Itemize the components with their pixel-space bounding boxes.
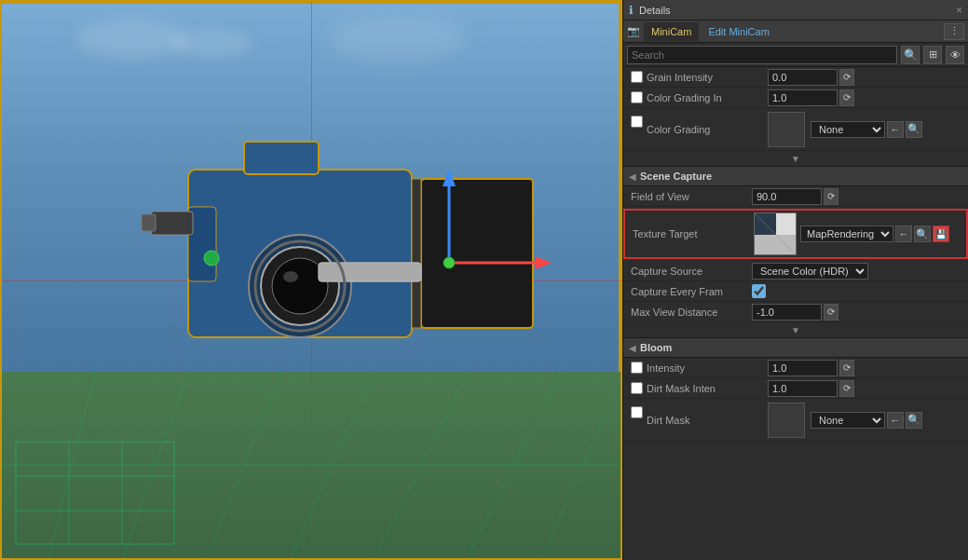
panel-tabs: 📷 MiniCam Edit MiniCam ⋮ — [623, 20, 968, 43]
capture-source-row: Capture Source Scene Color (HDR) — [623, 261, 968, 281]
texture-target-row: Texture Target MapRendering ← 🔍 — [623, 209, 968, 259]
grain-intensity-label: Grain Intensity — [647, 72, 768, 83]
dirt-mask-dropdown[interactable]: None — [811, 412, 885, 429]
color-grading-value: None ← 🔍 — [768, 112, 964, 147]
search-bar: 🔍 ⊞ 👁 — [623, 43, 968, 67]
dirt-mask-checkbox[interactable] — [631, 406, 643, 418]
grain-intensity-value: ⟳ — [768, 69, 964, 86]
max-view-distance-value: ⟳ — [752, 304, 964, 321]
svg-rect-17 — [151, 212, 193, 235]
panel-titlebar: ℹ Details × — [623, 0, 968, 20]
svg-rect-36 — [776, 213, 797, 235]
details-panel: ℹ Details × 📷 MiniCam Edit MiniCam ⋮ 🔍 ⊞… — [622, 0, 968, 560]
color-grading-intensity-spin[interactable]: ⟳ — [839, 89, 854, 106]
grid-view-button[interactable]: ⊞ — [923, 46, 942, 64]
fov-input[interactable] — [752, 188, 822, 205]
grain-intensity-spin[interactable]: ⟳ — [839, 69, 854, 86]
fov-value: ⟳ — [752, 188, 964, 205]
color-grading-intensity-label: Color Grading In — [647, 92, 768, 103]
search-input[interactable] — [627, 46, 897, 64]
search-button[interactable]: 🔍 — [901, 46, 920, 64]
grain-intensity-input[interactable] — [768, 69, 838, 86]
svg-point-27 — [443, 257, 455, 268]
color-grading-checkbox[interactable] — [631, 116, 643, 128]
panel-content[interactable]: Grain Intensity ⟳ Color Grading In ⟳ Col… — [623, 67, 968, 560]
scene-capture-arrow: ◀ — [629, 171, 636, 182]
color-grading-intensity-input[interactable] — [768, 89, 838, 106]
svg-marker-15 — [412, 179, 421, 328]
max-view-distance-label: Max View Distance — [631, 307, 752, 318]
texture-thumb-svg — [755, 213, 797, 255]
texture-target-thumbnail — [754, 212, 797, 255]
grain-intensity-checkbox[interactable] — [631, 71, 643, 83]
color-grading-row: Color Grading None ← 🔍 — [623, 108, 968, 151]
eye-button[interactable]: 👁 — [946, 46, 964, 64]
texture-dropdown-row: MapRendering ← 🔍 💾 — [800, 225, 962, 242]
panel-options-button[interactable]: ⋮ — [944, 23, 964, 40]
max-view-distance-spin[interactable]: ⟳ — [824, 304, 838, 321]
bloom-intensity-input[interactable] — [768, 360, 838, 376]
max-view-distance-input[interactable] — [752, 304, 822, 321]
dirt-mask-intensity-input[interactable] — [768, 380, 838, 397]
texture-save-button[interactable]: 💾 — [933, 225, 949, 242]
close-button[interactable]: × — [956, 4, 962, 17]
svg-rect-21 — [319, 263, 421, 281]
color-grading-back-button[interactable]: ← — [887, 121, 904, 138]
svg-point-13 — [283, 271, 298, 282]
dirt-mask-intensity-row: Dirt Mask Inten ⟳ — [623, 378, 968, 399]
tab-icon: 📷 — [627, 25, 640, 37]
fov-spin[interactable]: ⟳ — [824, 188, 838, 205]
tab-minicam[interactable]: MiniCam — [644, 22, 699, 41]
dirt-mask-intensity-spin[interactable]: ⟳ — [839, 380, 854, 397]
collapse-arrow-row[interactable]: ▼ — [623, 151, 968, 166]
svg-rect-9 — [244, 142, 319, 174]
dirt-mask-intensity-value: ⟳ — [768, 380, 964, 397]
capture-every-frame-label: Capture Every Fram — [631, 286, 752, 297]
max-view-distance-row: Max View Distance ⟳ — [623, 302, 968, 322]
dirt-mask-value: None ← 🔍 — [768, 403, 964, 438]
grain-intensity-row: Grain Intensity ⟳ — [623, 67, 968, 88]
dirt-mask-label: Dirt Mask — [647, 415, 768, 426]
color-grading-search-button[interactable]: 🔍 — [906, 121, 922, 138]
camera-3d-object — [20, 76, 579, 430]
bloom-intensity-value: ⟳ — [768, 360, 964, 376]
color-grading-intensity-value: ⟳ — [768, 89, 964, 106]
dirt-mask-search-button[interactable]: 🔍 — [906, 412, 922, 429]
capture-source-dropdown[interactable]: Scene Color (HDR) — [752, 263, 868, 280]
svg-rect-14 — [421, 179, 533, 328]
bloom-intensity-spin[interactable]: ⟳ — [839, 360, 854, 376]
bloom-intensity-row: Intensity ⟳ — [623, 358, 968, 378]
capture-every-frame-checkbox[interactable] — [752, 284, 766, 298]
tab-edit-minicam[interactable]: Edit MiniCam — [701, 22, 776, 41]
collapse-arrow-icon: ▼ — [791, 154, 800, 164]
fov-label: Field of View — [631, 191, 752, 202]
svg-rect-35 — [755, 235, 797, 255]
dirt-mask-thumbnail — [768, 403, 805, 438]
texture-controls: MapRendering ← 🔍 💾 — [800, 225, 962, 242]
svg-rect-28 — [16, 442, 174, 544]
texture-target-dropdown[interactable]: MapRendering — [800, 225, 893, 242]
panel-title: Details — [639, 5, 950, 16]
capture-every-frame-row: Capture Every Fram — [623, 281, 968, 302]
dirt-mask-intensity-checkbox[interactable] — [631, 382, 643, 394]
color-grading-dropdown[interactable]: None — [811, 121, 885, 138]
capture-every-frame-value — [752, 284, 964, 298]
scene-capture-section[interactable]: ◀ Scene Capture — [623, 166, 968, 186]
bloom-intensity-checkbox[interactable] — [631, 362, 643, 374]
bloom-title: Bloom — [640, 342, 672, 353]
svg-marker-26 — [535, 256, 552, 269]
texture-search-button[interactable]: 🔍 — [914, 225, 931, 242]
texture-back-button[interactable]: ← — [895, 225, 912, 242]
ground-grid — [11, 437, 179, 549]
bloom-arrow: ◀ — [629, 343, 636, 353]
color-grading-thumbnail — [768, 112, 805, 147]
texture-target-label: Texture Target — [633, 228, 754, 239]
bloom-section[interactable]: ◀ Bloom — [623, 337, 968, 358]
dirt-mask-row: Dirt Mask None ← 🔍 — [623, 399, 968, 442]
dirt-mask-back-button[interactable]: ← — [887, 412, 904, 429]
viewport — [0, 0, 622, 560]
color-grading-label: Color Grading — [647, 124, 768, 135]
collapse-arrow-row-2[interactable]: ▼ — [623, 322, 968, 337]
color-grading-intensity-checkbox[interactable] — [631, 91, 643, 103]
svg-rect-18 — [142, 214, 156, 231]
